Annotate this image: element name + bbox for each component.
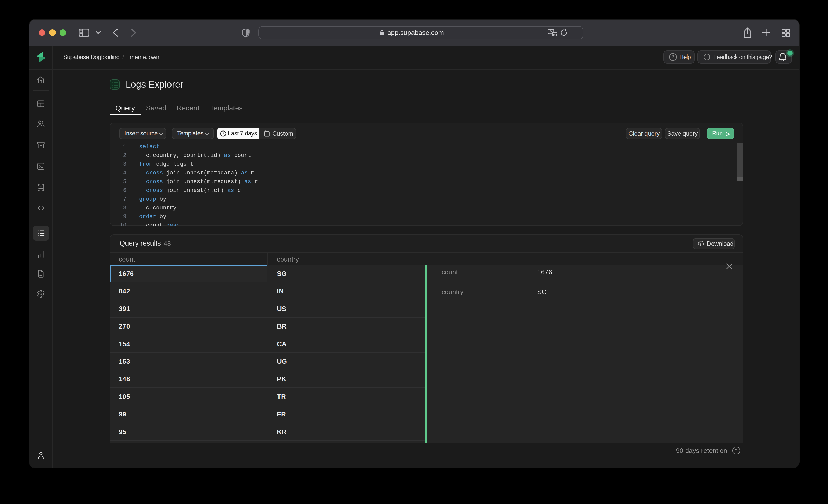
- svg-text:A: A: [549, 29, 552, 34]
- svg-text:文: 文: [553, 32, 557, 37]
